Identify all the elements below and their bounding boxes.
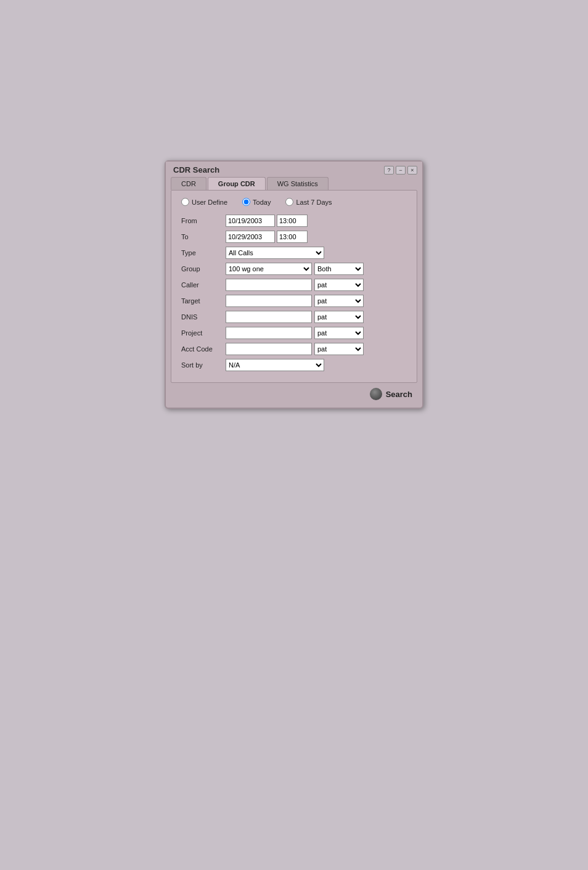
project-label: Project [181, 329, 226, 337]
radio-last-7-days[interactable]: Last 7 Days [285, 198, 332, 206]
sort-by-row: Sort by N/A Date Duration Caller Target [181, 359, 407, 371]
footer-row: Search [166, 383, 422, 400]
caller-row: Caller pat begins ends contains [181, 279, 407, 291]
search-button[interactable]: Search [370, 388, 412, 400]
window-title: CDR Search [173, 165, 219, 174]
from-row: From [181, 215, 407, 227]
cdr-search-window: CDR Search ? − × CDR Group CDR WG Statis… [165, 160, 423, 409]
caller-input[interactable] [226, 279, 312, 291]
group-label: Group [181, 265, 226, 273]
group-side-select[interactable]: Both Left Right [314, 263, 364, 275]
from-date-input[interactable] [226, 215, 275, 227]
close-button[interactable]: × [407, 166, 417, 174]
tab-wg-statistics[interactable]: WG Statistics [267, 177, 329, 190]
project-row: Project pat begins ends contains [181, 327, 407, 339]
to-row: To [181, 231, 407, 243]
target-side-select[interactable]: pat begins ends contains [314, 295, 364, 307]
caller-side-select[interactable]: pat begins ends contains [314, 279, 364, 291]
tab-cdr[interactable]: CDR [171, 177, 206, 190]
search-button-label: Search [386, 390, 412, 399]
to-date-input[interactable] [226, 231, 275, 243]
acct-code-row: Acct Code pat begins ends contains [181, 343, 407, 355]
group-row: Group 100 wg one Both Left Right [181, 263, 407, 275]
project-side-select[interactable]: pat begins ends contains [314, 327, 364, 339]
window-controls: ? − × [384, 166, 417, 174]
group-select[interactable]: 100 wg one [226, 263, 312, 275]
from-label: From [181, 217, 226, 224]
from-time-input[interactable] [277, 215, 308, 227]
tabs-row: CDR Group CDR WG Statistics [166, 177, 422, 190]
title-bar: CDR Search ? − × [166, 162, 422, 177]
caller-label: Caller [181, 281, 226, 289]
help-button[interactable]: ? [384, 166, 394, 174]
dnis-label: DNIS [181, 313, 226, 321]
dnis-input[interactable] [226, 311, 312, 323]
acct-code-label: Acct Code [181, 345, 226, 353]
search-icon [370, 388, 382, 400]
type-select[interactable]: All Calls Inbound Outbound Internal [226, 247, 324, 259]
dnis-side-select[interactable]: pat begins ends contains [314, 311, 364, 323]
tab-group-cdr[interactable]: Group CDR [208, 177, 266, 190]
acct-code-input[interactable] [226, 343, 312, 355]
project-input[interactable] [226, 327, 312, 339]
type-row: Type All Calls Inbound Outbound Internal [181, 247, 407, 259]
sort-by-select[interactable]: N/A Date Duration Caller Target [226, 359, 324, 371]
target-input[interactable] [226, 295, 312, 307]
acct-code-side-select[interactable]: pat begins ends contains [314, 343, 364, 355]
to-time-input[interactable] [277, 231, 308, 243]
radio-today[interactable]: Today [242, 198, 271, 206]
radio-user-define[interactable]: User Define [181, 198, 227, 206]
to-label: To [181, 233, 226, 240]
minimize-button[interactable]: − [396, 166, 406, 174]
content-area: User Define Today Last 7 Days From To [171, 190, 417, 383]
dnis-row: DNIS pat begins ends contains [181, 311, 407, 323]
sort-by-label: Sort by [181, 361, 226, 369]
type-label: Type [181, 249, 226, 256]
date-range-radio-group: User Define Today Last 7 Days [181, 198, 407, 206]
target-row: Target pat begins ends contains [181, 295, 407, 307]
target-label: Target [181, 297, 226, 305]
